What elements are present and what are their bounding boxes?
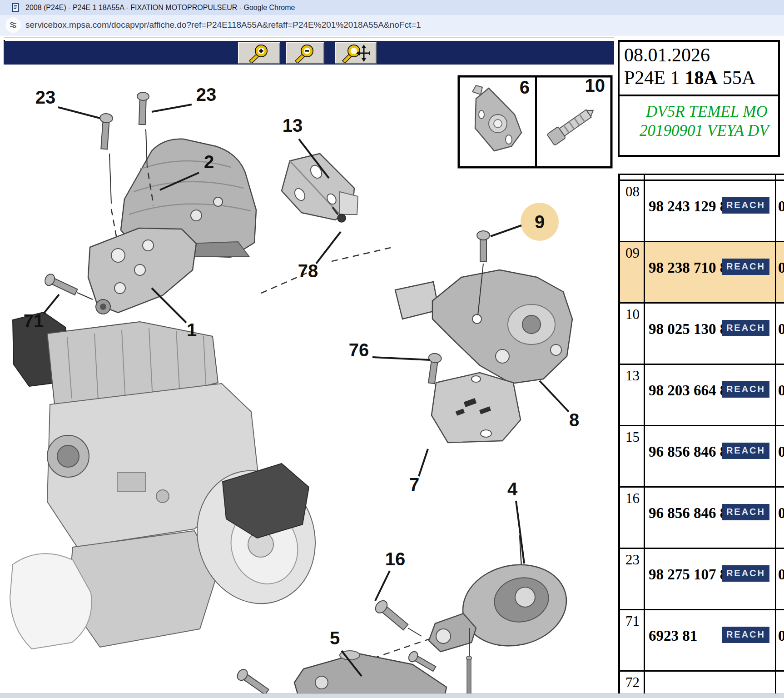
reach-badge[interactable]: REACH xyxy=(722,197,769,214)
reach-badge[interactable]: REACH xyxy=(722,320,769,336)
catalog-date: 08.01.2026 xyxy=(624,44,778,66)
page-url: servicebox.mpsa.com/docapvpr/affiche.do?… xyxy=(25,15,421,35)
leader-line xyxy=(152,105,192,112)
table-row-23[interactable]: 2398 275 107 80REACH0 xyxy=(620,549,784,610)
applicability-notes: DV5R TEMEL MO 20190901 VEYA DV xyxy=(620,96,778,157)
table-row-13[interactable]: 1398 203 664 80REACH0 xyxy=(620,365,784,426)
engine-assembly[interactable] xyxy=(10,312,332,649)
bolt-bottom-left[interactable] xyxy=(235,668,270,697)
header-cell-part xyxy=(645,175,776,179)
reach-badge[interactable]: REACH xyxy=(722,259,769,275)
part-callout-78[interactable]: 78 xyxy=(298,261,318,281)
leader-line xyxy=(375,571,390,601)
table-header-row xyxy=(620,175,784,181)
part-callout-10[interactable]: 10 xyxy=(585,75,605,95)
table-row-09[interactable]: 0998 238 710 80REACH0 xyxy=(620,242,784,304)
ref-bold: 18A xyxy=(685,67,718,88)
leader-line xyxy=(516,501,524,563)
row-index: 16 xyxy=(620,488,645,548)
row-part-cell: 98 203 664 80REACH xyxy=(645,365,776,425)
bolt-76[interactable] xyxy=(425,353,442,384)
document-icon xyxy=(12,3,19,14)
site-settings-icon[interactable] xyxy=(5,17,21,33)
part-callout-6[interactable]: 6 xyxy=(520,77,530,97)
note-line-1: DV5R TEMEL MO xyxy=(646,103,768,121)
bolt-23-right[interactable] xyxy=(136,92,149,125)
row-qty: 0 xyxy=(776,488,784,548)
row-qty: 0 xyxy=(776,426,784,486)
header-cell-index xyxy=(620,175,645,179)
zoom-in-button[interactable] xyxy=(238,42,280,64)
bolt-71-axis xyxy=(77,293,93,299)
row-part-cell: 98 243 129 80REACH xyxy=(645,181,776,241)
part-number: 6923 81 xyxy=(649,628,697,644)
header-cell-qty xyxy=(776,175,784,179)
leader-line xyxy=(372,357,430,360)
table-row-10[interactable]: 1098 025 130 80REACH0 xyxy=(620,304,784,365)
page-top-divider xyxy=(4,37,614,38)
reach-badge[interactable]: REACH xyxy=(722,443,769,459)
part-callout-5[interactable]: 5 xyxy=(330,628,340,648)
part-callout-23[interactable]: 23 xyxy=(35,87,56,107)
row-part-cell: 96 856 846 80REACH xyxy=(645,426,776,486)
row-index: 13 xyxy=(620,365,645,425)
zoom-out-button[interactable] xyxy=(286,42,324,64)
bolt-71[interactable] xyxy=(43,273,79,298)
part-callout-16[interactable]: 16 xyxy=(385,549,406,569)
row-part-cell: 96 856 846 80REACH xyxy=(645,488,776,548)
window-titlebar: 2008 (P24E) - P24E 1 18A55A - FIXATION M… xyxy=(0,0,784,15)
table-row-15[interactable]: 1596 856 846 80REACH0 xyxy=(620,426,784,488)
row-qty: 0 xyxy=(776,549,784,609)
part-1-bracket[interactable] xyxy=(88,228,196,314)
row-index: 15 xyxy=(620,426,645,486)
table-row-16[interactable]: 1696 856 846 80REACH0 xyxy=(620,488,784,549)
ref-prefix: P24E 1 xyxy=(624,67,680,88)
reach-badge[interactable]: REACH xyxy=(722,504,769,520)
bolt-9[interactable] xyxy=(477,231,490,262)
part-5-bracket[interactable] xyxy=(294,651,447,698)
part-callout-23[interactable]: 23 xyxy=(196,85,217,105)
row-qty: 0 xyxy=(776,610,784,670)
zoom-pan-icon xyxy=(341,44,370,63)
taskbar-strip xyxy=(0,693,784,698)
zoom-pan-button[interactable] xyxy=(335,42,377,64)
note-line-2: 20190901 VEYA DV xyxy=(640,122,769,140)
bolt-23-left-axis xyxy=(109,154,111,204)
reach-badge[interactable]: REACH xyxy=(722,565,769,582)
table-row-71[interactable]: 716923 81REACH0 xyxy=(620,610,784,672)
row-part-cell: 98 238 710 80REACH xyxy=(645,242,776,302)
row-index: 10 xyxy=(620,304,645,364)
diagram-toolbar xyxy=(4,41,614,65)
part-callout-2[interactable]: 2 xyxy=(204,152,214,172)
part-callout-76[interactable]: 76 xyxy=(349,340,369,360)
reach-badge[interactable]: REACH xyxy=(722,381,769,398)
table-row-08[interactable]: 0898 243 129 80REACH0 xyxy=(620,181,784,242)
leader-line xyxy=(58,107,100,118)
table-body: 0898 243 129 80REACH00998 238 710 80REAC… xyxy=(620,181,784,698)
parts-diagram: 232321378711769871645610 xyxy=(4,65,614,698)
part-callout-71[interactable]: 71 xyxy=(24,311,44,331)
row-qty: 0 xyxy=(776,181,784,241)
leader-line xyxy=(491,225,521,236)
parts-table: 0898 243 129 80REACH00998 238 710 80REAC… xyxy=(618,174,784,698)
part-4-torque-rod[interactable] xyxy=(429,535,574,698)
part-8-bracket[interactable] xyxy=(395,270,572,384)
leader-line xyxy=(152,288,186,323)
row-index: 71 xyxy=(620,610,645,670)
part-callout-4[interactable]: 4 xyxy=(507,479,518,499)
window-title: 2008 (P24E) - P24E 1 18A55A - FIXATION M… xyxy=(25,0,295,15)
part-callout-7[interactable]: 7 xyxy=(409,474,419,494)
part-callout-1[interactable]: 1 xyxy=(187,320,197,340)
part-13-plate[interactable] xyxy=(282,154,358,220)
part-callout-13[interactable]: 13 xyxy=(283,115,303,135)
bolt-16[interactable] xyxy=(373,598,410,633)
row-qty: 0 xyxy=(776,242,784,302)
part-callout-8[interactable]: 8 xyxy=(569,410,579,430)
part-callout-9[interactable]: 9 xyxy=(535,212,545,232)
ref-suffix: 55A xyxy=(723,67,755,88)
row-index: 23 xyxy=(620,549,645,609)
url-bar[interactable]: servicebox.mpsa.com/docapvpr/affiche.do?… xyxy=(0,15,784,35)
part-7-mount[interactable] xyxy=(432,373,521,443)
bolt-23-left[interactable] xyxy=(98,113,113,150)
reach-badge[interactable]: REACH xyxy=(722,627,769,643)
